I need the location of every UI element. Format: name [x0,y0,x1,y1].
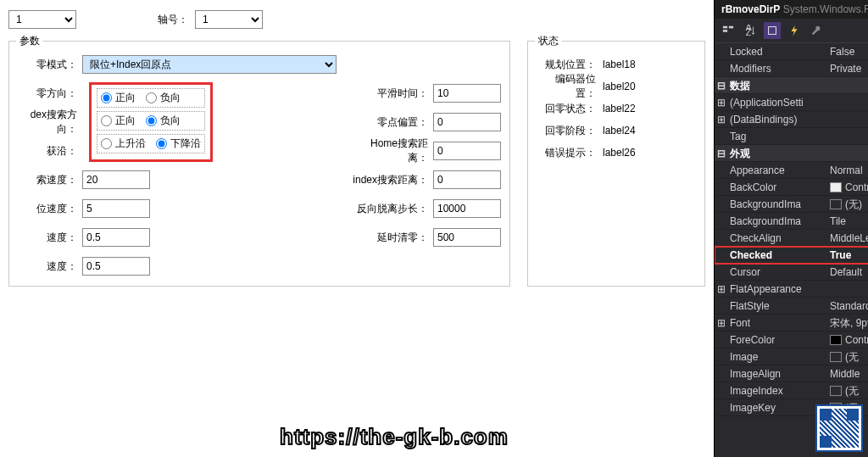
svg-rect-0 [723,26,727,29]
prop-row[interactable]: CursorDefault [715,264,868,281]
speed-label: 索速度： [18,173,77,187]
property-grid[interactable]: LockedFalseModifiersPrivate⊟数据⊞(Applicat… [715,43,868,457]
back-step-input[interactable] [433,199,501,218]
prop-row[interactable]: ⊟数据 [715,77,868,94]
pos-speed-label: 位速度： [18,202,77,216]
idx-neg-radio[interactable]: 负向 [146,114,181,128]
props-header: rBmoveDirP System.Windows.Forms [715,0,868,19]
smooth-input[interactable] [433,84,501,103]
svg-text:Z: Z [746,27,752,36]
vel2-input[interactable] [82,257,150,276]
prop-row[interactable]: ⊞(ApplicationSetti [715,94,868,111]
vel2-label: 速度： [18,259,77,274]
offset-input[interactable] [433,113,501,131]
categorized-icon[interactable] [720,22,737,39]
pos-speed-input[interactable] [82,199,150,218]
ret-stage-label: 回零阶段： [537,124,596,138]
props-toolbar: AZ [715,19,868,43]
properties-icon[interactable] [764,22,781,39]
dir-neg-radio[interactable]: 负向 [146,91,181,105]
radio-group-highlight: 正向 负向 正向 负向 上升沿 下降沿 [89,82,213,162]
prop-row[interactable]: ImageAlignMiddle [715,365,868,382]
prop-row[interactable]: CheckedTrue [715,247,868,264]
smooth-label: 平滑时间： [352,86,428,101]
offset-label: 零点偏置： [352,115,428,130]
edge-label: 获沿： [18,144,77,159]
dir-label: 零方向： [18,86,77,101]
home-dist-input[interactable] [433,142,501,160]
svg-rect-1 [723,30,727,32]
properties-panel: rBmoveDirP System.Windows.Forms AZ Locke… [714,0,868,457]
dir-pos-radio[interactable]: 正向 [101,91,136,105]
home-dist-label: Home搜索距离： [352,137,428,165]
delay-input[interactable] [433,228,501,247]
prop-row[interactable]: CheckAlignMiddleLeft [715,230,868,247]
prop-row[interactable]: BackgroundIma(无) [715,196,868,213]
events-icon[interactable] [786,22,803,39]
svg-rect-2 [729,26,733,29]
qr-code [815,404,863,452]
err-label: 错误提示： [537,146,596,160]
idx-pos-radio[interactable]: 正向 [101,114,136,128]
params-title: 参数 [16,34,43,48]
delay-label: 延时清零： [352,231,428,245]
plan-pos-label: 规划位置： [537,58,596,72]
ret-state-label: 回零状态： [537,102,596,116]
speed-input[interactable] [82,170,150,189]
prop-row[interactable]: ⊞FlatAppearance [715,281,868,298]
prop-row[interactable]: AppearanceNormal [715,162,868,179]
prop-row[interactable]: ⊟外观 [715,145,868,162]
prop-row[interactable]: ⊞(DataBindings) [715,111,868,128]
err-val: label26 [603,147,636,159]
form-designer: 1 轴号： 1 参数 零模式： 限位+Index回原点 零方向： [0,0,714,457]
status-group: 状态 规划位置：label18 编码器位置：label20 回零状态：label… [527,41,705,287]
prop-row[interactable]: ForeColorControlText [715,332,868,348]
prop-row[interactable]: FlatStyleStandard [715,298,868,315]
params-group: 参数 零模式： 限位+Index回原点 零方向： dex搜索方向： 获沿： [8,41,510,287]
prop-row[interactable]: BackColorControl [715,179,868,196]
plan-pos-val: label18 [603,59,636,70]
prop-row[interactable]: LockedFalse [715,43,868,60]
wrench-icon[interactable] [808,22,825,39]
axis-combo[interactable]: 1 [195,10,263,29]
combo-1[interactable]: 1 [8,10,76,29]
prop-row[interactable]: BackgroundImaTile [715,213,868,230]
edge-rise-radio[interactable]: 上升沿 [101,137,146,151]
prop-row[interactable]: Image(无 [715,348,868,365]
ret-state-val: label22 [603,103,636,114]
back-step-label: 反向脱离步长： [352,202,428,216]
axis-label: 轴号： [158,13,188,27]
prop-row[interactable]: ImageIndex(无 [715,382,868,399]
svg-rect-5 [769,27,776,35]
ret-stage-val: label24 [603,125,636,137]
enc-pos-val: label20 [603,81,636,92]
index-dist-input[interactable] [433,170,501,189]
vel-input[interactable] [82,228,150,247]
mode-combo[interactable]: 限位+Index回原点 [82,55,337,74]
enc-pos-label: 编码器位置： [537,72,596,101]
mode-label: 零模式： [18,58,77,72]
alpha-sort-icon[interactable]: AZ [742,22,759,39]
watermark: https://the-gk-b.com [280,424,509,450]
edge-fall-radio[interactable]: 下降沿 [156,137,201,151]
vel-label: 速度： [18,231,77,245]
index-dist-label: index搜索距离： [352,173,428,187]
prop-row[interactable]: ⊞Font宋体, 9pt [715,315,868,332]
status-title: 状态 [535,34,562,48]
prop-row[interactable]: ModifiersPrivate [715,60,868,77]
prop-row[interactable]: Tag [715,128,868,145]
idx-dir-label: dex搜索方向： [18,108,77,137]
